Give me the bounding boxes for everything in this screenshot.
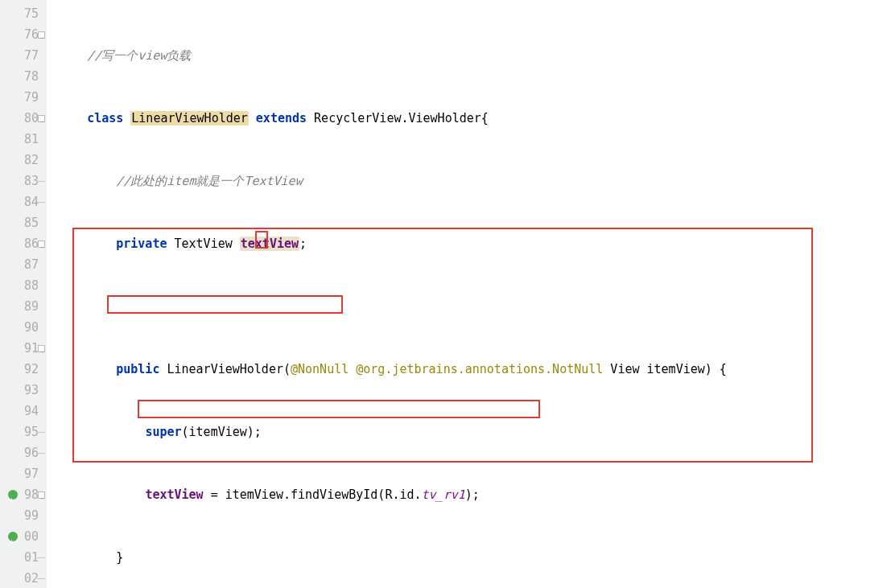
ctor: LinearViewHolder( <box>167 362 291 376</box>
line-number: 99 <box>6 505 39 526</box>
line-number: 91 <box>6 338 39 359</box>
line-number: 89 <box>6 296 39 317</box>
line-number: 00 <box>6 526 39 547</box>
code-line: class LinearViewHolder extends RecyclerV… <box>58 108 891 129</box>
fold-icon[interactable] <box>38 491 45 499</box>
line-number: 77 <box>6 45 39 66</box>
field: textView <box>240 236 299 251</box>
class-name: LinearViewHolder <box>130 111 249 125</box>
keyword: public <box>116 362 159 376</box>
type: TextView <box>175 236 233 251</box>
line-number: 81 <box>6 129 39 150</box>
line-number: 86 <box>6 233 39 254</box>
token: View itemView) { <box>603 362 727 376</box>
line-number: 90 <box>6 317 39 338</box>
fold-icon[interactable] <box>38 31 45 39</box>
keyword: super <box>145 425 181 439</box>
code-line: } <box>58 547 891 568</box>
line-number: 98 <box>6 484 39 505</box>
fold-end-icon <box>37 578 45 579</box>
annotation: @org.jetbrains.annotations.NotNull <box>356 362 603 376</box>
line-number: 84 <box>6 191 39 212</box>
line-number: 88 <box>6 275 39 296</box>
fold-icon[interactable] <box>38 241 45 248</box>
brace: } <box>116 550 123 565</box>
code-line: //此处的item就是一个TextView <box>58 171 891 191</box>
token: = itemView.findViewById(R.id. <box>204 487 422 502</box>
comment: //此处的item就是一个TextView <box>116 174 302 188</box>
fold-icon[interactable] <box>38 115 45 122</box>
code-editor[interactable]: //写一个view负载 class LinearViewHolder exten… <box>47 0 891 588</box>
code-line: super(itemView); <box>58 421 891 442</box>
line-number: 96 <box>6 442 39 463</box>
line-number: 92 <box>6 359 39 380</box>
override-gutter-icon[interactable] <box>8 532 18 541</box>
line-number: 87 <box>6 254 39 275</box>
fold-end-icon <box>37 432 45 433</box>
field: textView <box>145 487 203 502</box>
token: (itemView); <box>182 425 262 439</box>
line-number: 75 <box>6 3 39 24</box>
code-line: public LinearViewHolder(@NonNull @org.je… <box>58 359 891 380</box>
code-line <box>58 296 891 317</box>
token: ); <box>465 487 480 502</box>
override-gutter-icon[interactable] <box>8 490 18 500</box>
code-line: textView = itemView.findViewById(R.id.tv… <box>58 484 891 505</box>
line-number: 82 <box>6 150 39 171</box>
line-number: 94 <box>6 401 39 421</box>
static-field: tv_rv1 <box>422 487 465 502</box>
line-number: 95 <box>6 421 39 442</box>
gutter: 75 76 77 78 79 80 81 82 83 84 85 86 87 8… <box>0 0 47 588</box>
line-number: 97 <box>6 463 39 484</box>
fold-end-icon <box>37 557 45 558</box>
line-number: 83 <box>6 171 39 191</box>
line-number: 76 <box>6 24 39 45</box>
keyword: private <box>116 236 167 251</box>
fold-end-icon <box>37 202 45 203</box>
line-number: 93 <box>6 380 39 401</box>
line-number: 85 <box>6 212 39 233</box>
code-line: //写一个view负载 <box>58 45 891 66</box>
keyword: extends <box>256 111 307 125</box>
line-number: 01 <box>6 547 39 568</box>
fold-icon[interactable] <box>38 345 45 352</box>
annotation: @NonNull <box>291 362 349 376</box>
fold-end-icon <box>37 181 45 182</box>
token: RecyclerView.ViewHolder{ <box>314 111 489 125</box>
comment: //写一个view负载 <box>87 48 191 63</box>
fold-end-icon <box>37 453 45 454</box>
keyword: class <box>87 111 123 125</box>
line-number: 78 <box>6 66 39 87</box>
code-line: private TextView textView; <box>58 233 891 254</box>
annotation-box-imageview-assign <box>138 400 540 418</box>
token: ; <box>299 236 307 251</box>
line-number: 80 <box>6 108 39 129</box>
line-number: 02 <box>6 568 39 588</box>
line-number: 79 <box>6 87 39 108</box>
